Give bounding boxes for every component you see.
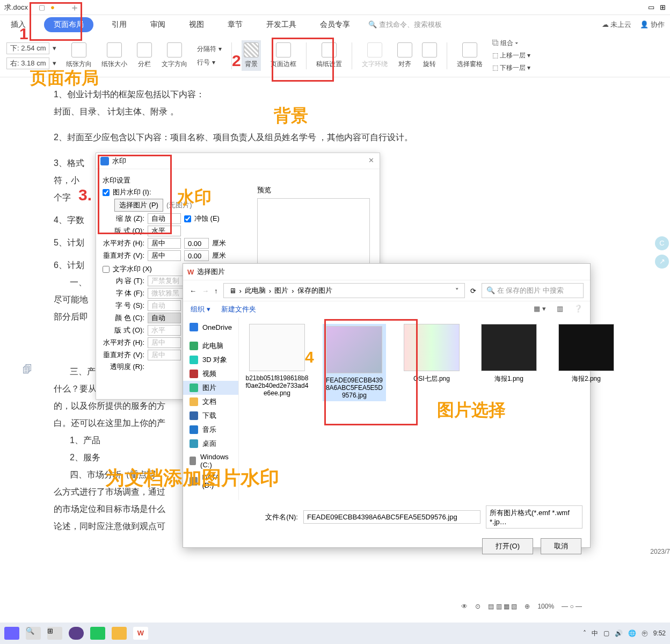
new-tab-button[interactable]: ＋: [70, 1, 79, 14]
paper-size-button[interactable]: 纸张大小: [101, 42, 127, 69]
font-select[interactable]: 微软雅黑: [148, 288, 183, 299]
new-folder-button[interactable]: 新建文件夹: [221, 305, 256, 314]
task-explorer-icon[interactable]: [112, 627, 127, 640]
sidebar-downloads[interactable]: 下载: [183, 409, 238, 423]
valign2-select[interactable]: 居中: [148, 350, 181, 360]
menu-devtools[interactable]: 开发工具: [261, 17, 302, 33]
zoom-value[interactable]: 100%: [537, 603, 554, 610]
nav-refresh-button[interactable]: ⟳: [470, 287, 476, 295]
breadcrumb[interactable]: 🖥› 此电脑› 图片› 保存的图片 ˅: [223, 283, 465, 298]
nav-forward-button[interactable]: →: [202, 287, 209, 295]
task-taskview-icon[interactable]: ⊞: [47, 627, 62, 640]
menu-references[interactable]: 引用: [106, 17, 132, 33]
sidebar-pictures[interactable]: 图片: [183, 381, 238, 395]
margin-notes-icon[interactable]: 🗐: [23, 364, 32, 375]
text-direction-button[interactable]: 文字方向: [162, 42, 187, 69]
float-share-icon[interactable]: ↗: [655, 255, 669, 269]
task-wps-icon[interactable]: W: [133, 627, 148, 640]
tray-wifi-icon[interactable]: 🌐: [628, 629, 636, 637]
valign-select[interactable]: 居中: [148, 250, 181, 261]
sidebar-onedrive[interactable]: OneDrive: [183, 321, 238, 334]
task-eclipse-icon[interactable]: [69, 627, 84, 640]
doc-line: 2、封面至少应包含以下内容：项目名称、项目负责人及组员姓名学号 ，其他内容可自行…: [54, 129, 419, 146]
font-size-select[interactable]: 自动: [148, 300, 181, 311]
menu-page-layout[interactable]: 页面布局: [44, 17, 93, 32]
tray-battery-icon[interactable]: ▢: [603, 629, 609, 637]
dialog-close-button[interactable]: ✕: [368, 156, 374, 164]
cancel-button[interactable]: 取消: [541, 538, 581, 554]
text-wrap-button[interactable]: 文字环绕: [362, 42, 388, 69]
halign-select[interactable]: 居中: [148, 238, 181, 249]
background-button[interactable]: 背景: [242, 40, 261, 71]
cloud-status[interactable]: ☁ 未上云: [602, 20, 632, 30]
task-start-icon[interactable]: [4, 627, 19, 640]
nav-up-button[interactable]: ↑: [214, 287, 218, 295]
menu-member[interactable]: 会员专享: [315, 17, 355, 33]
orientation-button[interactable]: 纸张方向: [66, 42, 92, 69]
view-mode-button[interactable]: ▦ ▾: [534, 305, 546, 314]
sidebar-videos[interactable]: 视频: [183, 367, 238, 381]
page-border-button[interactable]: 页面边框: [271, 42, 296, 69]
task-search-icon[interactable]: 🔍: [26, 627, 41, 640]
tray-volume-icon[interactable]: 🔊: [615, 629, 623, 637]
text-watermark-checkbox[interactable]: [103, 266, 110, 273]
tray-lang-icon[interactable]: ㊥: [642, 629, 648, 638]
menu-review[interactable]: 审阅: [145, 17, 171, 33]
picture-watermark-checkbox[interactable]: [103, 189, 110, 196]
file-item[interactable]: 海报1.png: [477, 324, 541, 383]
command-search[interactable]: 🔍 查找命令、搜索模板: [368, 20, 442, 30]
float-copilot-icon[interactable]: C: [655, 236, 669, 250]
sidebar-3d[interactable]: 3D 对象: [183, 353, 238, 367]
breaks-button[interactable]: 分隔符 ▾: [197, 45, 221, 54]
washout-checkbox[interactable]: [184, 215, 191, 222]
align-button[interactable]: 对齐: [397, 42, 412, 69]
file-item[interactable]: b21bb051f8198618b8f0ae2b40ed2e733ad4e6ee…: [245, 324, 309, 397]
layout-views-icon[interactable]: ▤ ▥ ▦ ▧: [488, 603, 517, 610]
selection-pane-button[interactable]: 选择窗格: [457, 42, 483, 69]
send-backward-button[interactable]: ⬚ 下移一层 ▾: [492, 63, 531, 73]
menu-chapter[interactable]: 章节: [222, 17, 248, 33]
color-select[interactable]: 自动: [148, 313, 181, 323]
focus-icon[interactable]: ⊙: [475, 603, 480, 610]
zoom-select[interactable]: 自动: [148, 213, 181, 224]
picker-search-input[interactable]: 🔍 在 保存的图片 中搜索: [482, 283, 584, 298]
filetype-select[interactable]: 所有图片格式(*.emf *.wmf *.jp…: [486, 505, 582, 529]
halign-offset[interactable]: 0.00: [184, 238, 209, 249]
spread-view-icon[interactable]: ▭: [648, 3, 654, 11]
file-item-selected[interactable]: FEADE09ECBB4398A6ABC5FEA5E5D9576.jpg: [323, 324, 386, 401]
layout-select[interactable]: 水平: [148, 226, 181, 236]
group-button[interactable]: ⿻ 组合 ▾: [492, 39, 531, 48]
grid-view-icon[interactable]: ⊞: [660, 3, 666, 11]
help-button[interactable]: ❔: [574, 305, 582, 314]
file-item[interactable]: 海报2.png: [555, 324, 618, 383]
columns-button[interactable]: 分栏: [137, 42, 152, 69]
content-select[interactable]: 严禁复制: [148, 276, 183, 286]
halign2-select[interactable]: 居中: [148, 337, 181, 348]
tray-chevron-icon[interactable]: ˄: [583, 629, 586, 637]
nav-back-button[interactable]: ←: [190, 287, 196, 295]
valign-offset[interactable]: 0.00: [184, 250, 209, 261]
filename-input[interactable]: FEADE09ECBB4398A6ABC5FEA5E5D9576.jpg: [303, 510, 480, 524]
tray-clock[interactable]: 9:52: [653, 629, 666, 637]
eye-icon[interactable]: 👁: [461, 603, 468, 610]
sidebar-desktop[interactable]: 桌面: [183, 437, 238, 451]
open-button[interactable]: 打开(O): [482, 538, 533, 554]
margin-bottom[interactable]: 下: 2.54 cm: [6, 42, 49, 54]
tray-ime-icon[interactable]: 中: [592, 629, 598, 638]
draft-paper-button[interactable]: 稿纸设置: [316, 42, 342, 69]
bring-forward-button[interactable]: ⬚ 上移一层 ▾: [492, 51, 531, 60]
layout2-select[interactable]: 水平: [148, 325, 181, 336]
sidebar-music[interactable]: 音乐: [183, 423, 238, 437]
preview-pane-button[interactable]: ▥: [557, 305, 563, 314]
menu-view[interactable]: 视图: [184, 17, 209, 33]
line-numbers-button[interactable]: 行号 ▾: [197, 58, 221, 67]
organize-menu[interactable]: 组织 ▾: [191, 305, 210, 314]
rotate-button[interactable]: 旋转: [422, 42, 437, 69]
file-item[interactable]: OSI七层.png: [400, 324, 463, 383]
sidebar-this-pc[interactable]: 此电脑: [183, 339, 238, 353]
select-picture-button[interactable]: 选择图片 (P): [114, 199, 163, 212]
sidebar-documents[interactable]: 文档: [183, 395, 238, 409]
ruler-icon[interactable]: ⊕: [525, 603, 530, 610]
collab-button[interactable]: 👤 协作: [640, 20, 665, 30]
task-wechat-icon[interactable]: [90, 627, 105, 640]
